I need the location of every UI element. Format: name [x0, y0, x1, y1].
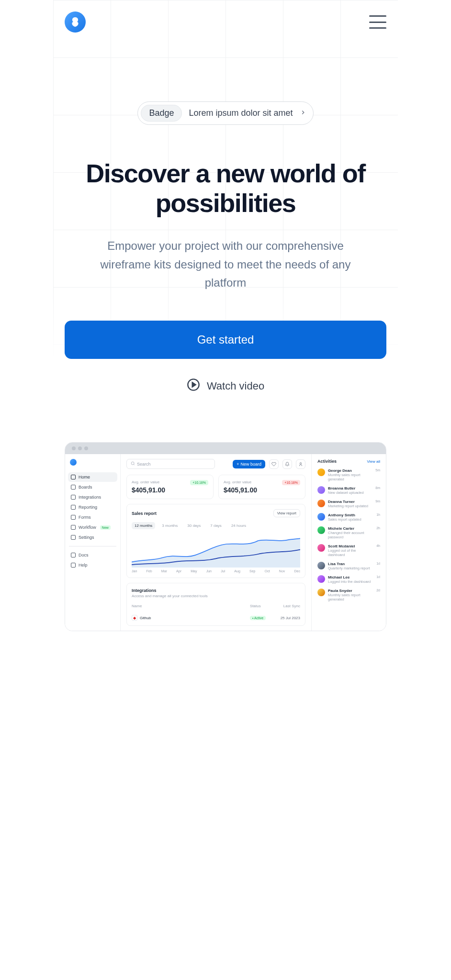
sidebar-item-forms[interactable]: Forms	[68, 512, 117, 522]
avatar	[317, 500, 325, 507]
sidebar-item-boards[interactable]: Boards	[68, 482, 117, 492]
activity-item: Scott McdanielLogged out of the dashboar…	[317, 544, 380, 557]
sidebar-item-help[interactable]: Help	[68, 560, 117, 570]
status-badge: • Active	[250, 616, 266, 620]
time-tab[interactable]: 12 months	[132, 522, 155, 529]
dashboard-logo	[70, 459, 77, 466]
bell-icon[interactable]	[282, 459, 292, 469]
report-title: Sales report	[132, 511, 157, 516]
integrations-card: Integrations Access and manage all your …	[126, 583, 305, 626]
pct-change: +10.18%	[190, 480, 208, 485]
user-icon[interactable]	[296, 459, 305, 469]
svg-point-2	[131, 462, 134, 465]
heart-icon[interactable]	[269, 459, 279, 469]
watch-video-button[interactable]: Watch video	[187, 378, 264, 394]
time-tab[interactable]: 30 days	[184, 522, 203, 529]
time-tab[interactable]: 3 months	[159, 522, 180, 529]
activity-item: Breanna ButlerNew dataset uploaded8m	[317, 486, 380, 495]
header	[53, 0, 398, 44]
avatar	[317, 589, 325, 596]
sidebar-item-settings[interactable]: Settings	[68, 533, 117, 542]
svg-line-3	[134, 465, 135, 466]
sidebar-item-home[interactable]: Home	[68, 472, 117, 482]
activity-item: George DeanMonthly sales report generate…	[317, 468, 380, 481]
activity-item: Deanna TurnerMarketing report updated9m	[317, 500, 380, 508]
activity-item: Michele CarterChanged their account pass…	[317, 526, 380, 539]
line-chart	[132, 534, 300, 568]
avatar	[317, 468, 325, 476]
metric-card: +10.18% Avg. order value $405,91.00	[218, 475, 305, 499]
sidebar-item-reporting[interactable]: Reporting	[68, 502, 117, 512]
github-icon: ◆	[132, 615, 137, 621]
integration-row: ◆Github • Active 25 Jul 2023	[132, 615, 300, 621]
time-tab[interactable]: 24 hours	[228, 522, 249, 529]
avatar	[317, 562, 325, 569]
hero-title: Discover a new world of possibilities	[65, 158, 386, 218]
sidebar-item-integrations[interactable]: Integrations	[68, 492, 117, 502]
avatar	[317, 526, 325, 534]
new-board-button[interactable]: +New board	[233, 460, 265, 468]
new-badge: New	[100, 525, 111, 530]
badge-text: Lorem ipsum dolor sit amet	[189, 108, 293, 118]
time-tab[interactable]: 7 days	[207, 522, 225, 529]
avatar	[317, 575, 325, 583]
hero-subtitle: Empower your project with our comprehens…	[91, 237, 360, 292]
activity-item: Michael LeeLogged into the dashboard1d	[317, 575, 380, 584]
window-controls	[65, 443, 386, 454]
activities-panel: Activities View all George DeanMonthly s…	[312, 454, 386, 631]
hero-section: Badge Lorem ipsum dolor sit amet Discove…	[53, 44, 398, 413]
plus-icon: +	[237, 462, 239, 467]
pct-change: +10.18%	[282, 480, 300, 485]
dashboard-preview: Home Boards Integrations Reporting Forms…	[65, 442, 386, 631]
get-started-button[interactable]: Get started	[65, 321, 386, 359]
watch-video-label: Watch video	[207, 380, 264, 392]
svg-point-4	[300, 463, 301, 464]
view-report-button[interactable]: View report	[273, 509, 300, 517]
avatar	[317, 513, 325, 521]
view-all-link[interactable]: View all	[367, 459, 380, 464]
chevron-right-icon	[300, 109, 306, 118]
search-icon	[131, 461, 135, 467]
play-icon	[187, 378, 200, 394]
activity-item: Anthony SmithSales report updated1h	[317, 513, 380, 522]
svg-marker-1	[192, 383, 196, 387]
badge-label: Badge	[141, 105, 182, 122]
sales-report-card: Sales report View report 12 months 3 mon…	[126, 504, 305, 578]
logo[interactable]	[65, 11, 86, 33]
search-input[interactable]: Search	[126, 459, 215, 469]
activity-item: Lisa TranQuarterly marketing report1d	[317, 562, 380, 570]
sidebar: Home Boards Integrations Reporting Forms…	[65, 454, 120, 631]
avatar	[317, 486, 325, 494]
sidebar-item-docs[interactable]: Docs	[68, 550, 117, 560]
menu-button[interactable]	[369, 15, 386, 29]
sidebar-item-workflow[interactable]: WorkflowNew	[68, 523, 117, 532]
metric-card: +10.18% Avg. order value $405,91.00	[126, 475, 214, 499]
activity-item: Paula SnyderMonthly sales report generat…	[317, 589, 380, 601]
announcement-badge[interactable]: Badge Lorem ipsum dolor sit amet	[137, 101, 313, 125]
avatar	[317, 544, 325, 552]
